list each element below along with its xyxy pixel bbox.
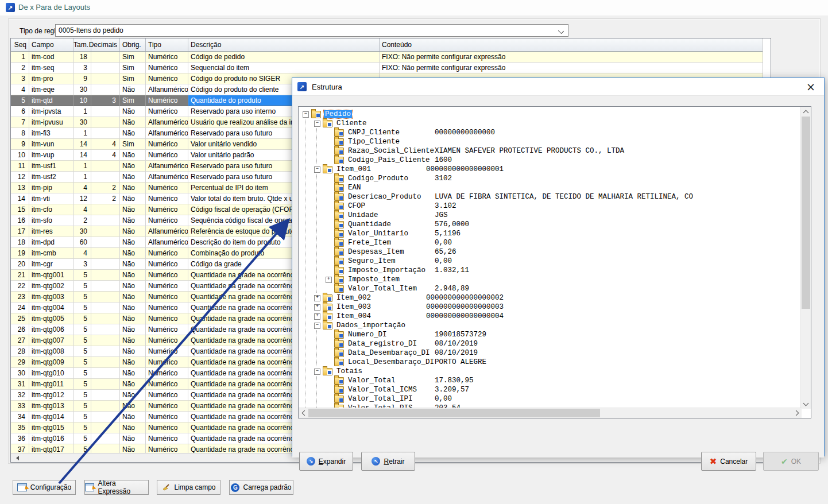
tree-node-label[interactable]: Pedido [324,110,352,118]
tree-node[interactable]: Valor_Total_ICMS3.209,57 [299,385,802,394]
tree-node[interactable]: UnidadeJGS [299,211,802,220]
tree-node[interactable]: +Item_004000000000000000004 [299,312,802,321]
tree-node[interactable]: EAN [299,183,802,192]
expand-node-icon[interactable]: + [326,277,332,283]
tree-node[interactable]: Valor_Total17.830,95 [299,376,802,385]
tree-node-label[interactable]: Data_Desembaraço_DI [347,349,431,357]
configuracao-button[interactable]: Configuração [13,480,76,495]
tree-node-label[interactable]: Despesas_Item [347,248,405,256]
table-row[interactable]: 2itm-seq3SimNuméricoSequencial do itemFI… [11,63,771,73]
dialog-titlebar[interactable]: ↗ Estrutura × [292,78,824,95]
tree-node-label[interactable]: Quantidade [347,220,392,228]
vertical-scroll-thumb[interactable] [802,117,810,309]
altera-expressao-button[interactable]: Altera Expressão [84,480,149,495]
column-header[interactable]: Conteúdo [380,38,764,51]
scroll-down-icon[interactable] [801,399,811,409]
tree-node[interactable]: Numero_DI190018573729 [299,330,802,339]
tree-node[interactable]: CNPJ_Cliente00000000000000 [299,128,802,137]
column-header[interactable]: Tipo [146,38,188,51]
tree-node-label[interactable]: Tipo_Cliente [347,138,401,146]
tree-node-label[interactable]: Valor_Total_IPI [347,395,414,403]
collapse-node-icon[interactable]: − [314,323,320,329]
tree-node-label[interactable]: Item_002 [335,294,372,302]
tree-node-label[interactable]: Codigo_Pais_Cliente [347,156,431,164]
tree-node-label[interactable]: Valor_Total [347,377,397,385]
tree-node[interactable]: Descricao_ProdutoLUVA DE FIBRA SINTETICA… [299,192,802,201]
column-header[interactable]: Campo [29,38,74,51]
tree-node[interactable]: Data_Desembaraço_DI08/10/2019 [299,348,802,358]
tree-node-label[interactable]: Seguro_Item [347,257,397,265]
tree-node[interactable]: −Item_001000000000000000001 [299,165,802,174]
collapse-node-icon[interactable]: − [314,369,320,375]
tree-node[interactable]: −Dados_importação [299,321,802,330]
chevron-down-icon[interactable] [558,28,564,34]
tree-node-label[interactable]: Imposto_Importação [347,266,427,274]
limpa-campo-button[interactable]: Limpa campo [157,480,220,495]
tree-node[interactable]: Tipo_Cliente [299,137,802,146]
tree-node-label[interactable]: Frete_Item [347,239,392,247]
scroll-left-icon[interactable] [299,408,308,418]
tree-node-label[interactable]: Descricao_Produto [347,193,423,201]
tree-node[interactable]: Codigo_Pais_Cliente1600 [299,156,802,165]
tree-node-label[interactable]: Local_Desembaraço_DI [347,358,435,366]
cancelar-button[interactable]: ✖ Cancelar [701,452,756,471]
tree-node-label[interactable]: Unidade [347,211,380,219]
close-icon[interactable]: × [798,78,824,95]
retrair-button[interactable]: ↖ Retrair [361,452,415,471]
expand-node-icon[interactable]: + [314,295,320,301]
column-header[interactable]: Seq [11,38,29,51]
tree-node-label[interactable]: Item_003 [335,303,372,311]
tree-node[interactable]: CFOP3.102 [299,201,802,211]
tree-node[interactable]: Imposto_Importação1.032,11 [299,266,802,275]
tree-node[interactable]: Codigo_Produto3102 [299,174,802,183]
tree-node-label[interactable]: Codigo_Produto [347,175,409,183]
tree-node-label[interactable]: CFOP [347,202,366,210]
expand-node-icon[interactable]: + [314,313,320,320]
tree-node[interactable]: Data_registro_DI08/10/2019 [299,339,802,348]
tree-node-label[interactable]: Cliente [335,119,368,127]
tree-node[interactable]: −Cliente [299,119,802,128]
tree-node-label[interactable]: Dados_importação [335,321,407,329]
tree-node[interactable]: Frete_Item0,00 [299,238,802,247]
scroll-right-icon[interactable] [792,408,802,418]
tree-node[interactable]: Quantidade576,0000 [299,220,802,229]
collapse-node-icon[interactable]: − [303,111,309,118]
column-header[interactable]: Obrig. [120,38,146,51]
tree-horizontal-scrollbar[interactable] [299,408,802,418]
scroll-up-icon[interactable] [801,107,811,117]
tree-node[interactable]: Valor_Unitario5,1196 [299,229,802,238]
tree-node[interactable]: Despesas_Item65,26 [299,247,802,257]
expand-node-icon[interactable]: + [314,304,320,311]
tree-node-label[interactable]: Valor_Total_Item [347,285,418,293]
collapse-node-icon[interactable]: − [314,121,320,127]
tree-node-label[interactable]: Item_004 [335,312,372,320]
tree-node[interactable]: Valor_Total_IPI0,00 [299,394,802,404]
column-header[interactable]: Descrição [188,38,380,51]
tree-node[interactable]: −Totais [299,367,802,376]
tree-node-label[interactable]: EAN [347,184,362,192]
tree-node-label[interactable]: Numero_DI [347,331,388,339]
tree-node-label[interactable]: Razao_Social_Cliente [347,147,435,155]
tree-node[interactable]: Local_Desembaraço_DIPORTO ALEGRE [299,358,802,367]
scroll-left-icon[interactable] [14,456,19,460]
tree-node-label[interactable]: Item_001 [335,165,372,173]
tree-node[interactable]: −Pedido [299,110,802,119]
ok-button[interactable]: ✔ OK [763,452,819,471]
horizontal-scroll-thumb[interactable] [308,409,600,417]
tree-node-label[interactable]: Totais [335,367,363,375]
tree-node[interactable]: +Item_002000000000000000002 [299,293,802,303]
tree-node-label[interactable]: CNPJ_Cliente [347,129,401,137]
tree-node[interactable]: Valor_Total_Item2.948,89 [299,284,802,293]
table-row[interactable]: 1itm-cod18SimNuméricoCódigo de pedidoFIX… [11,52,771,63]
tree-node[interactable]: Seguro_Item0,00 [299,257,802,266]
tree-node-label[interactable]: Data_registro_DI [347,340,418,348]
record-type-combobox[interactable]: 0005-Itens do pedido [55,24,568,37]
collapse-node-icon[interactable]: − [314,166,320,173]
tree-node[interactable]: +Imposto_item [299,275,802,284]
tree-node[interactable]: Razao_Social_ClienteXIAMEN SAFEVER PROTE… [299,146,802,156]
tree-node-label[interactable]: Valor_Unitario [347,230,409,238]
carrega-padrao-button[interactable]: G Carrega padrão [229,480,293,495]
expandir-button[interactable]: ↘ Expandir [299,452,353,471]
tree-node-label[interactable]: Imposto_item [347,276,401,284]
tree-node-label[interactable]: Valor_Total_ICMS [347,386,418,394]
